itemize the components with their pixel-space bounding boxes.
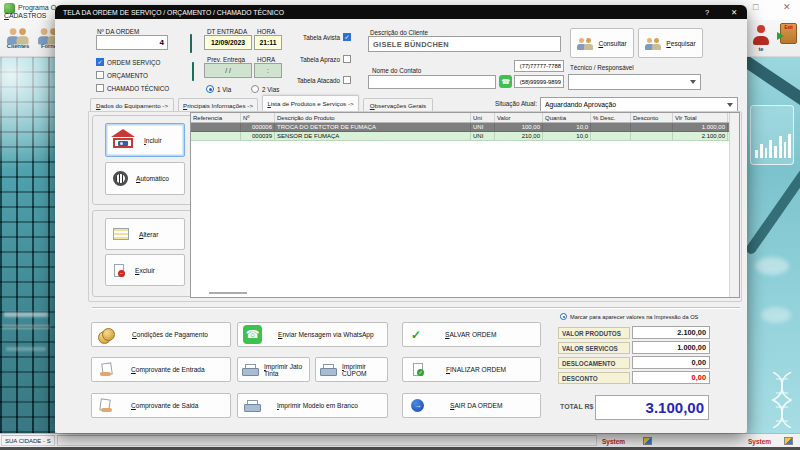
checkbox-icon[interactable]: ✓ (343, 55, 351, 63)
background-glare (4, 312, 48, 317)
col-numero[interactable]: Nº (241, 113, 275, 122)
calendar-icon[interactable] (192, 62, 194, 81)
col-descricao[interactable]: Descrição do Produto (275, 113, 471, 122)
phone2-value: (58)99999-9899 (520, 79, 561, 85)
table-row[interactable]: 000039 SENSOR DE FUMAÇA UNI 210,00 10,0 … (191, 132, 739, 141)
radio-selected-icon[interactable] (560, 313, 567, 320)
checkbox-checked-icon[interactable]: ✓ (96, 58, 104, 66)
salvar-label: SALVAR ORDEM (445, 331, 496, 338)
tab-principais-informacoes[interactable]: Principais Informações -> (178, 98, 258, 111)
menu-cadastros[interactable]: CADASTROS (4, 12, 46, 19)
checkbox-icon[interactable]: ✓ (343, 76, 351, 84)
col-uni[interactable]: Uni (471, 113, 495, 122)
cell-uni: UNI (471, 123, 495, 131)
col-quantia[interactable]: Quantia (543, 113, 591, 122)
imprimir-modelo-branco-button[interactable]: Imprimir Modelo em Branco (237, 393, 388, 418)
dialog-close-button[interactable]: ✕ (731, 8, 737, 17)
radio-2-vias[interactable]: 2 Vias (251, 85, 279, 93)
sair-ordem-button[interactable]: → SAIR DA ORDEM (402, 393, 541, 418)
calendar-icon[interactable] (190, 34, 192, 53)
tabela-avista-label: Tabela Avista (303, 34, 340, 41)
deslocamento-value[interactable]: 0,00 (632, 356, 710, 369)
prev-entrega-input[interactable]: / / (204, 63, 252, 78)
tab-observacoes-gerais[interactable]: Observações Gerais (363, 98, 433, 111)
dt-entrada-label: DT ENTRADA (207, 28, 247, 35)
consultar-button[interactable]: Consultar (570, 28, 634, 58)
parent-close-button[interactable]: ✕ (783, 2, 791, 12)
radio-1-via[interactable]: 1 Via (206, 85, 231, 93)
salvar-ordem-button[interactable]: ✓ SALVAR ORDEM (402, 322, 541, 347)
valor-servicos-label: VALOR SERVICOS (562, 345, 618, 352)
hora-prev-input[interactable]: : (254, 63, 282, 78)
check-orcamento[interactable]: ✓ ORÇAMENTO (96, 71, 148, 79)
cliente-label: Descrição do Cliente (370, 29, 428, 36)
automatico-button[interactable]: Automático (105, 162, 185, 195)
deslocamento-label: DESLOCAMENTO (562, 360, 615, 367)
tab-lista-produtos-servicos[interactable]: Lista de Produtos e Serviços -> (262, 95, 359, 111)
checkbox-icon[interactable]: ✓ (96, 71, 104, 79)
cell-desconto (631, 123, 673, 131)
situacao-combobox[interactable]: Aguardando Aprovação (540, 97, 738, 112)
phone1-field[interactable]: (77)77777-7788 (514, 60, 564, 72)
background-blob (755, 257, 789, 275)
comprovante-saida-button[interactable]: Comprovante de Saida (91, 393, 231, 418)
check-chamado-tecnico[interactable]: ✓ CHAMADO TÉCNICO (96, 84, 169, 92)
phone2-field[interactable]: (58)99999-9899 (514, 75, 564, 88)
condicoes-pagamento-button[interactable]: Condições de Pagamento (91, 322, 231, 347)
print-values-radio[interactable]: Marcar para aparecer valores na Impressã… (560, 313, 698, 320)
table-vertical-scrollbar[interactable] (729, 113, 739, 297)
tab-dados-equipamento[interactable]: Dados do Equipamento -> (90, 98, 174, 111)
incluir-button[interactable]: Incluir (105, 123, 185, 157)
printer-icon (320, 364, 335, 376)
pesquisar-button[interactable]: Pesquisar (638, 28, 703, 58)
checkbox-checked-icon[interactable]: ✓ (343, 33, 351, 41)
finalizar-ordem-button[interactable]: ✓ FINALIZAR ORDEM (402, 357, 541, 382)
col-desconto[interactable]: Desconto (631, 113, 673, 122)
toolbar-button-suporte[interactable]: te (747, 22, 775, 55)
toolbar-button-clientes[interactable]: Clientes (2, 22, 34, 55)
comp-entrada-label: Comprovante de Entrada (131, 366, 205, 373)
parent-maximize-button[interactable]: □ (753, 2, 758, 12)
alterar-label: Alterar (139, 231, 158, 238)
radio-2-vias-label: 2 Vias (262, 86, 279, 93)
whatsapp-small-icon[interactable]: ☎ (499, 75, 512, 88)
valor-produtos-label-box: VALOR PRODUTOS (558, 327, 630, 339)
parent-app-title: Programa O (18, 4, 56, 11)
col-desc-pct[interactable]: % Desc. (591, 113, 631, 122)
col-valor[interactable]: Valor (495, 113, 543, 122)
comprovante-entrada-button[interactable]: Comprovante de Entrada (91, 357, 231, 382)
table-row-selected[interactable]: 000006 TROCA DO DETCTOR DE FUMAÇA UNI 10… (191, 123, 739, 132)
dialog-title: TELA DA ORDEM DE SERVIÇO / ORÇAMENTO / C… (63, 9, 284, 16)
toolbar-button-exit[interactable]: Exit (777, 23, 799, 56)
col-referencia[interactable]: Referencia (191, 113, 241, 122)
excluir-button[interactable]: – Excluir (105, 254, 185, 286)
alterar-button[interactable]: Alterar (105, 218, 185, 250)
screen: Programa O CADASTROS □ ✕ Clientes Forne … (0, 0, 800, 450)
order-number-label: Nº DA ORDEM (97, 28, 139, 35)
desconto-value[interactable]: 0,00 (632, 371, 710, 384)
check-tabela-atacado[interactable]: Tabela Atacado ✓ (279, 76, 351, 84)
imprimir-jato-tinta-button[interactable]: Imprimir Jato Tinta (237, 357, 310, 382)
whatsapp-button[interactable]: ☎ Enviar Mensagem via WhatsApp (237, 322, 388, 347)
table-horizontal-scrollbar-thumb[interactable] (209, 292, 247, 294)
hora-entrada-input[interactable]: 21:11 (254, 35, 282, 50)
col-vlr-total[interactable]: Vlr Total (673, 113, 728, 122)
contato-input[interactable] (368, 75, 496, 89)
prev-entrega-label: Prev. Entrega (207, 56, 245, 63)
imprimir-cupom-button[interactable]: Imprimir CUPOM (315, 357, 388, 382)
radio-selected-icon[interactable] (206, 85, 214, 93)
order-number-input[interactable]: 4 (96, 35, 168, 50)
cell-numero: 000006 (241, 123, 275, 131)
valor-servicos-label-box: VALOR SERVICOS (558, 342, 630, 354)
check-ordem-servico[interactable]: ✓ ORDEM SERVIÇO (96, 58, 160, 66)
cliente-input[interactable]: GISELE BÜNDCHEN (368, 36, 561, 52)
checkbox-icon[interactable]: ✓ (96, 84, 104, 92)
dialog-titlebar[interactable]: TELA DA ORDEM DE SERVIÇO / ORÇAMENTO / C… (55, 5, 747, 19)
check-tabela-avista[interactable]: Tabela Avista ✓ (279, 33, 351, 41)
dt-entrada-input[interactable]: 12/09/2023 (204, 35, 252, 50)
radio-icon[interactable] (251, 85, 259, 93)
tecnico-combobox[interactable] (568, 74, 701, 90)
check-tabela-aprazo[interactable]: Tabela Aprazo ✓ (279, 55, 351, 63)
jato-label: Imprimir Jato Tinta (264, 363, 309, 377)
dialog-help-button[interactable]: ? (705, 8, 709, 17)
